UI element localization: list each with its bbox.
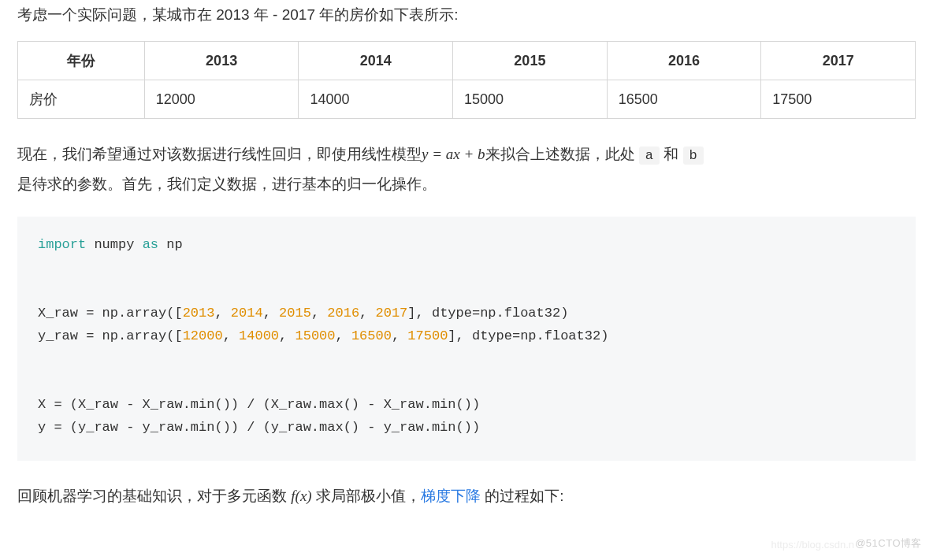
th-year: 年份 [18,42,145,80]
closing-paragraph: 回顾机器学习的基础知识，对于多元函数 f(x) 求局部极小值，梯度下降 的过程如… [17,484,916,508]
row-label: 房价 [18,80,145,119]
code-text: X_raw = np.array([ [38,306,183,321]
num: 2014 [231,306,263,321]
gradient-descent-link[interactable]: 梯度下降 [421,488,481,504]
cell-2015: 15000 [453,80,608,119]
num: 2017 [376,306,408,321]
fx: f(x) [291,488,311,504]
desc-text-c: 是待求的参数。首先，我们定义数据，进行基本的归一化操作。 [17,176,437,192]
num: 2013 [183,306,215,321]
watermark-51cto: @51CTO博客 [855,536,922,551]
table-row: 房价 12000 14000 15000 16500 17500 [18,80,916,119]
cell-2014: 14000 [299,80,453,119]
code-a: a [639,146,660,165]
description-paragraph: 现在，我们希望通过对该数据进行线性回归，即使用线性模型y = ax + b来拟合… [17,139,916,199]
kw-as: as [143,237,158,252]
code-text: numpy [86,237,142,252]
code-text: y = (y_raw - y_raw.min()) / (y_raw.max()… [38,420,480,435]
th-2017: 2017 [761,42,916,80]
num: 15000 [295,328,335,343]
table-header-row: 年份 2013 2014 2015 2016 2017 [18,42,916,80]
th-2015: 2015 [453,42,608,80]
and-word: 和 [664,146,678,162]
code-text: np [158,237,183,252]
code-text: y_raw = np.array([ [38,328,183,343]
code-text: X = (X_raw - X_raw.min()) / (X_raw.max()… [38,397,480,412]
num: 2016 [327,306,359,321]
watermark-csdn: https://blog.csdn.n [771,539,854,551]
num: 12000 [183,328,223,343]
cell-2016: 16500 [607,80,761,119]
equation: y = ax + b [422,146,485,162]
code-b: b [683,146,704,165]
num: 16500 [351,328,392,343]
cell-2013: 12000 [144,80,299,119]
desc-text-a: 现在，我们希望通过对该数据进行线性回归，即使用线性模型 [17,146,422,162]
th-2013: 2013 [144,42,299,80]
code-text: ], dtype=np.float32) [448,328,608,343]
num: 17500 [407,328,448,343]
th-2016: 2016 [607,42,761,80]
num: 14000 [239,328,279,343]
code-text: ], dtype=np.float32) [407,306,568,321]
intro-paragraph: 考虑一个实际问题，某城市在 2013 年 - 2017 年的房价如下表所示: [17,3,916,27]
th-2014: 2014 [299,42,453,80]
closing-c: 的过程如下: [481,488,564,504]
code-block[interactable]: import numpy as np X_raw = np.array([201… [17,217,916,461]
desc-text-b: 来拟合上述数据，此处 [485,146,635,162]
num: 2015 [279,306,311,321]
closing-b: 求局部极小值， [312,488,421,504]
cell-2017: 17500 [761,80,916,119]
price-table: 年份 2013 2014 2015 2016 2017 房价 12000 140… [17,41,916,119]
closing-a: 回顾机器学习的基础知识，对于多元函数 [17,488,291,504]
kw-import: import [38,237,86,252]
